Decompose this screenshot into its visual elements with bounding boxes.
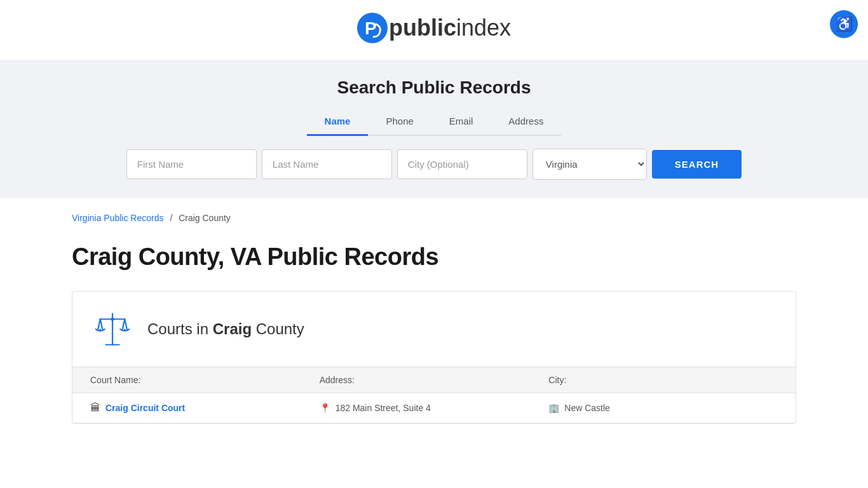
logo: P publicindex [357,13,511,43]
svg-point-11 [124,329,126,331]
scales-icon [90,307,135,351]
logo-public: public [389,15,456,41]
courts-section: Courts in Craig County Court Name: Addre… [72,291,796,424]
col-header-court-name: Court Name: [90,375,320,385]
tab-address[interactable]: Address [491,111,561,136]
city-input[interactable] [397,149,527,179]
pin-icon: 📍 [320,403,330,413]
svg-line-6 [100,319,103,329]
search-button[interactable]: SEARCH [652,150,742,179]
accessibility-button[interactable]: ♿ [830,10,858,38]
first-name-input[interactable] [126,149,257,179]
courthouse-icon: 🏛 [90,402,100,414]
tab-phone[interactable]: Phone [368,111,431,136]
breadcrumb-link-virginia[interactable]: Virginia Public Records [72,213,163,223]
search-inputs-row: Virginia Alabama Alaska Arizona Californ… [85,149,783,180]
courts-table-header: Court Name: Address: City: [72,367,796,393]
page-title: Craig County, VA Public Records [72,243,796,271]
address-cell: 📍 182 Main Street, Suite 4 [320,403,549,413]
col-header-address: Address: [320,375,549,385]
breadcrumb: Virginia Public Records / Craig County [72,213,796,223]
last-name-input[interactable] [262,149,392,179]
tab-name[interactable]: Name [307,111,369,136]
col-header-city: City: [548,375,778,385]
page-wrapper: ♿ P publicindex Search Public Records Na… [0,0,868,488]
accessibility-icon: ♿ [836,17,853,31]
table-row: 🏛 Craig Circuit Court 📍 182 Main Street,… [72,393,796,423]
tab-email[interactable]: Email [431,111,491,136]
svg-text:P: P [365,18,377,38]
breadcrumb-current: Craig County [179,213,231,223]
search-section: Search Public Records Name Phone Email A… [0,60,868,198]
svg-point-9 [111,318,114,321]
building-icon: 🏢 [548,403,559,413]
header: P publicindex [0,0,868,60]
court-city: New Castle [564,403,610,413]
search-tabs: Name Phone Email Address [307,111,562,136]
court-name-link[interactable]: Craig Circuit Court [105,403,185,413]
logo-icon: P [357,13,388,43]
svg-line-8 [125,319,127,329]
logo-index: index [456,15,511,41]
courts-section-header: Courts in Craig County [72,292,796,367]
court-name-cell: 🏛 Craig Circuit Court [90,402,320,414]
main-content: Virginia Public Records / Craig County C… [34,198,834,439]
state-select[interactable]: Virginia Alabama Alaska Arizona Californ… [532,149,647,180]
court-address: 182 Main Street, Suite 4 [336,403,431,413]
courts-section-title: Courts in Craig County [147,320,304,338]
search-title: Search Public Records [38,78,830,98]
city-cell: 🏢 New Castle [548,403,778,413]
breadcrumb-separator: / [170,213,172,223]
svg-point-10 [99,329,101,331]
